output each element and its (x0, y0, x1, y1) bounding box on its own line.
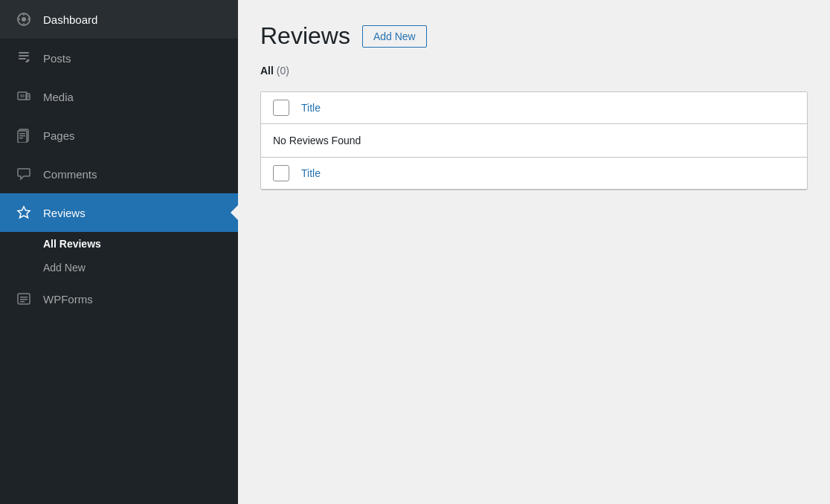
comments-icon (15, 165, 33, 183)
add-new-button[interactable]: Add New (362, 25, 427, 48)
select-all-footer-checkbox[interactable] (273, 165, 289, 181)
reviews-icon (15, 204, 33, 222)
table-header-row: Title (261, 92, 807, 124)
wpforms-icon (15, 290, 33, 308)
filter-bar: All (0) (260, 65, 808, 77)
table-footer-title[interactable]: Title (301, 167, 321, 179)
submenu-item-add-new[interactable]: Add New (0, 256, 238, 280)
sidebar-item-posts-label: Posts (43, 52, 71, 65)
sidebar-item-pages-label: Pages (43, 129, 75, 142)
sidebar-item-dashboard-label: Dashboard (43, 13, 97, 26)
page-title: Reviews (260, 22, 350, 50)
sidebar-item-comments[interactable]: Comments (0, 155, 238, 193)
posts-icon (15, 49, 33, 67)
page-header: Reviews Add New (260, 22, 808, 50)
sidebar: Dashboard Posts Media (0, 0, 238, 504)
sidebar-item-pages[interactable]: Pages (0, 116, 238, 155)
sidebar-item-comments-label: Comments (43, 168, 97, 181)
svg-rect-23 (20, 299, 28, 300)
svg-rect-18 (19, 133, 25, 135)
sidebar-item-reviews[interactable]: Reviews (0, 193, 238, 232)
sidebar-item-dashboard[interactable]: Dashboard (0, 0, 238, 39)
table-footer-row: Title (261, 158, 807, 190)
svg-rect-10 (20, 94, 25, 97)
svg-rect-22 (20, 297, 28, 298)
svg-rect-19 (19, 135, 25, 137)
reviews-table: Title No Reviews Found Title (260, 91, 808, 190)
svg-point-1 (22, 17, 26, 22)
sidebar-item-posts[interactable]: Posts (0, 39, 238, 77)
table-header-title[interactable]: Title (301, 102, 321, 114)
svg-rect-7 (19, 55, 29, 56)
main-content: Reviews Add New All (0) Title No Reviews… (238, 0, 830, 504)
submenu-item-all-reviews[interactable]: All Reviews (0, 232, 238, 256)
svg-rect-12 (27, 95, 29, 97)
svg-rect-17 (18, 131, 27, 143)
sidebar-item-wpforms[interactable]: WPForms (0, 280, 238, 318)
no-results-text: No Reviews Found (273, 135, 361, 146)
filter-all-label[interactable]: All (260, 65, 274, 77)
dashboard-icon (15, 10, 33, 28)
media-icon (15, 88, 33, 106)
table-no-results-row: No Reviews Found (261, 124, 807, 158)
svg-rect-20 (19, 138, 23, 139)
select-all-checkbox[interactable] (273, 100, 289, 116)
filter-count: (0) (277, 65, 289, 77)
sidebar-item-media[interactable]: Media (0, 77, 238, 116)
sidebar-item-reviews-label: Reviews (43, 207, 86, 219)
reviews-submenu: All Reviews Add New (0, 232, 238, 280)
svg-rect-8 (19, 58, 26, 59)
svg-rect-24 (20, 301, 25, 303)
pages-icon (15, 126, 33, 144)
svg-rect-6 (19, 52, 29, 54)
sidebar-active-arrow (231, 205, 238, 220)
sidebar-item-wpforms-label: WPForms (43, 293, 93, 306)
sidebar-item-media-label: Media (43, 91, 74, 103)
